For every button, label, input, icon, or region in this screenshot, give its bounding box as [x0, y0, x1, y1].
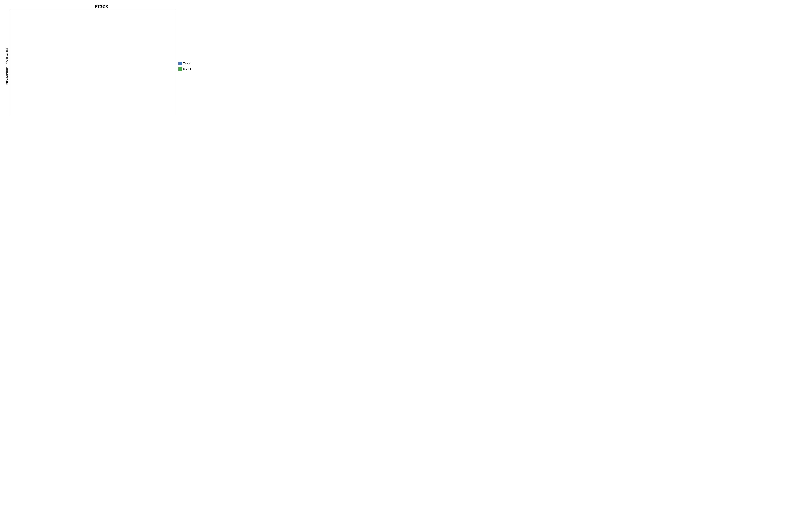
- chart-title: PTGDR: [4, 3, 199, 9]
- svg-rect-54: [27, 70, 28, 70]
- svg-rect-47: [28, 78, 29, 78]
- svg-rect-491: [148, 63, 149, 63]
- svg-rect-362: [112, 59, 112, 60]
- svg-rect-536: [164, 86, 164, 86]
- svg-rect-431: [134, 93, 134, 94]
- svg-rect-233: [77, 74, 78, 74]
- svg-rect-357: [113, 66, 114, 67]
- svg-rect-259: [83, 70, 84, 71]
- svg-rect-204: [69, 79, 70, 79]
- svg-rect-76: [36, 75, 37, 76]
- svg-rect-535: [162, 89, 162, 89]
- legend-box-normal: [179, 67, 182, 71]
- svg-rect-514: [156, 62, 157, 62]
- svg-rect-377: [119, 101, 120, 101]
- svg-rect-403: [125, 76, 126, 77]
- svg-rect-251: [85, 83, 85, 83]
- svg-rect-159: [57, 36, 57, 37]
- svg-rect-352: [114, 73, 114, 73]
- svg-rect-312: [98, 61, 98, 61]
- svg-rect-408: [126, 68, 127, 69]
- svg-rect-508: [156, 76, 157, 76]
- svg-rect-263: [85, 64, 86, 64]
- svg-rect-239: [78, 55, 78, 56]
- svg-text:LUAD: LUAD: [106, 107, 112, 112]
- svg-rect-387: [122, 68, 123, 68]
- svg-rect-290: [93, 44, 94, 45]
- svg-rect-402: [126, 78, 126, 78]
- svg-rect-409: [125, 67, 126, 67]
- svg-rect-111: [43, 51, 43, 52]
- svg-rect-351: [113, 74, 114, 75]
- svg-rect-112: [44, 48, 44, 49]
- svg-rect-546: [161, 54, 162, 55]
- svg-rect-280: [93, 81, 94, 82]
- svg-rect-237: [80, 61, 80, 62]
- svg-rect-83: [35, 42, 35, 43]
- svg-rect-488: [149, 72, 150, 73]
- svg-rect-413: [128, 60, 128, 61]
- svg-rect-156: [55, 42, 56, 42]
- svg-rect-441: [136, 66, 137, 66]
- svg-rect-544: [164, 61, 165, 61]
- svg-rect-540: [161, 73, 161, 73]
- svg-rect-307: [97, 69, 98, 70]
- svg-rect-52: [29, 72, 30, 72]
- svg-rect-57: [29, 66, 29, 67]
- svg-rect-354: [112, 70, 112, 71]
- svg-rect-103: [41, 73, 41, 74]
- svg-rect-173: [63, 101, 63, 101]
- legend-label-normal: Normal: [183, 68, 191, 70]
- svg-rect-336: [105, 68, 105, 68]
- svg-text:6: 6: [15, 55, 16, 57]
- svg-text:BLCA: BLCA: [21, 107, 28, 112]
- svg-rect-363: [113, 58, 113, 58]
- svg-rect-485: [148, 82, 149, 82]
- svg-rect-469: [139, 56, 140, 57]
- svg-rect-250: [86, 84, 86, 85]
- svg-rect-51: [29, 73, 29, 74]
- svg-rect-436: [136, 79, 136, 80]
- svg-rect-315: [99, 55, 99, 56]
- svg-rect-212: [69, 64, 70, 65]
- svg-rect-291: [94, 40, 95, 41]
- svg-rect-411: [127, 64, 128, 64]
- svg-rect-568: [170, 50, 171, 50]
- svg-rect-567: [169, 52, 170, 52]
- svg-rect-438: [133, 74, 134, 74]
- svg-rect-22: [22, 97, 22, 97]
- svg-rect-72: [34, 95, 34, 95]
- svg-rect-265: [83, 61, 84, 61]
- svg-rect-102: [41, 76, 42, 76]
- svg-rect-479: [148, 102, 148, 102]
- svg-rect-309: [99, 66, 100, 67]
- svg-rect-457: [139, 87, 140, 87]
- svg-rect-36: [20, 54, 20, 55]
- svg-rect-56: [28, 67, 28, 68]
- svg-rect-537: [165, 82, 165, 83]
- svg-rect-454: [143, 94, 143, 95]
- svg-rect-410: [126, 65, 126, 66]
- svg-rect-129: [52, 63, 53, 63]
- svg-rect-254: [84, 78, 85, 78]
- svg-rect-367: [112, 52, 112, 53]
- svg-rect-456: [140, 89, 140, 90]
- svg-rect-301: [97, 80, 98, 80]
- svg-rect-331: [106, 84, 106, 85]
- svg-rect-230: [79, 83, 80, 83]
- svg-rect-358: [114, 65, 114, 65]
- svg-rect-278: [94, 89, 94, 90]
- violin-chart: 0246810BLCABRCACOADHNSCKICHKIRCLUADLUSCP…: [10, 10, 175, 116]
- svg-rect-378: [118, 98, 119, 98]
- svg-text:KIRC: KIRC: [92, 107, 98, 112]
- svg-rect-493: [148, 56, 148, 57]
- svg-rect-186: [63, 61, 63, 62]
- svg-rect-161: [57, 32, 57, 33]
- svg-rect-494: [149, 53, 150, 54]
- svg-rect-505: [153, 83, 154, 83]
- svg-rect-174: [63, 98, 63, 98]
- svg-rect-71: [34, 99, 35, 100]
- svg-rect-510: [154, 71, 155, 72]
- plot-and-legend: 0246810BLCABRCACOADHNSCKICHKIRCLUADLUSCP…: [9, 9, 199, 123]
- svg-rect-463: [139, 71, 140, 72]
